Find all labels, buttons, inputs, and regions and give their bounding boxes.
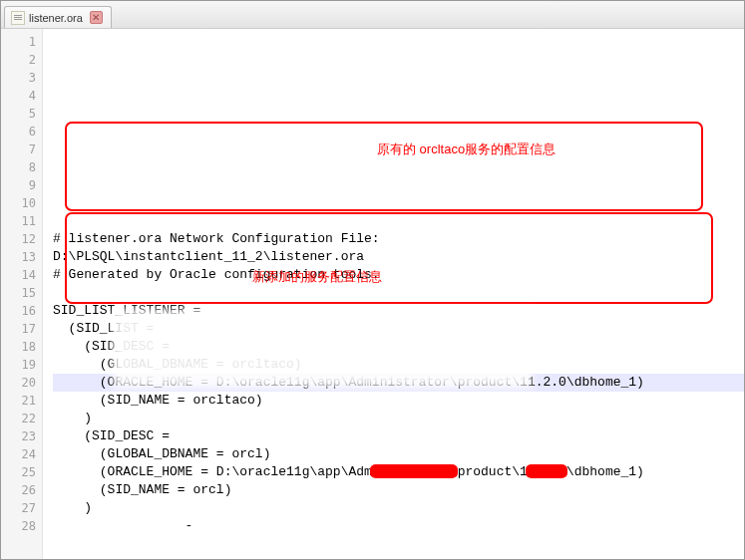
code-line[interactable]: (SID_DESC =	[53, 427, 744, 445]
line-number: 21	[1, 392, 36, 410]
annotation-label-1: 原有的 orcltaco服务的配置信息	[377, 140, 556, 158]
redacted-port	[526, 464, 567, 478]
close-tab-icon[interactable]: ✕	[90, 11, 103, 24]
line-number: 19	[1, 356, 36, 374]
code-line[interactable]: )	[53, 499, 744, 517]
line-number: 7	[1, 140, 36, 158]
line-number: 15	[1, 284, 36, 302]
line-number: 18	[1, 338, 36, 356]
code-line[interactable]: )	[53, 410, 744, 427]
line-number: 13	[1, 248, 36, 266]
file-tab[interactable]: listener.ora ✕	[4, 6, 112, 28]
line-number: 27	[1, 499, 36, 517]
line-number: 22	[1, 410, 36, 427]
line-number: 20	[1, 374, 36, 392]
editor-area[interactable]: 1234567891011121314151617181920212223242…	[1, 29, 744, 559]
code-content[interactable]: # listener.ora Network Configuration Fil…	[43, 29, 744, 559]
line-number: 8	[1, 158, 36, 176]
editor-window: listener.ora ✕ 1234567891011121314151617…	[0, 0, 745, 560]
line-number: 16	[1, 302, 36, 320]
line-number: 4	[1, 87, 36, 105]
tab-bar: listener.ora ✕	[1, 1, 744, 29]
code-line[interactable]	[53, 284, 744, 302]
code-line[interactable]: (SID_NAME = orcl)	[53, 481, 744, 499]
line-number: 11	[1, 212, 36, 230]
line-number: 14	[1, 266, 36, 284]
line-number: 2	[1, 51, 36, 69]
code-line[interactable]: # listener.ora Network Configuration Fil…	[53, 230, 744, 248]
line-number: 9	[1, 176, 36, 194]
code-line[interactable]: (SID_NAME = orcltaco)	[53, 392, 744, 410]
file-icon	[11, 11, 25, 25]
code-line[interactable]: D:\PLSQL\instantclient_11_2\listener.ora	[53, 248, 744, 266]
line-number: 1	[1, 33, 36, 51]
code-line[interactable]: -	[53, 517, 744, 535]
line-number-gutter: 1234567891011121314151617181920212223242…	[1, 29, 43, 559]
code-line[interactable]: # Generated by Oracle configuration tool…	[53, 266, 744, 284]
line-number: 26	[1, 481, 36, 499]
line-number: 12	[1, 230, 36, 248]
tab-filename: listener.ora	[29, 12, 83, 24]
redacted-region-2	[502, 549, 661, 559]
code-line[interactable]: (GLOBAL_DBNAME = orcl)	[53, 445, 744, 463]
line-number: 23	[1, 427, 36, 445]
line-number: 3	[1, 69, 36, 87]
line-number: 24	[1, 445, 36, 463]
line-number: 10	[1, 194, 36, 212]
line-number: 17	[1, 320, 36, 338]
line-number: 6	[1, 123, 36, 140]
redacted-region	[113, 310, 532, 388]
annotation-box-1	[65, 122, 703, 211]
redacted-host	[370, 464, 458, 478]
line-number: 28	[1, 517, 36, 535]
line-number: 25	[1, 463, 36, 481]
line-number: 5	[1, 105, 36, 123]
